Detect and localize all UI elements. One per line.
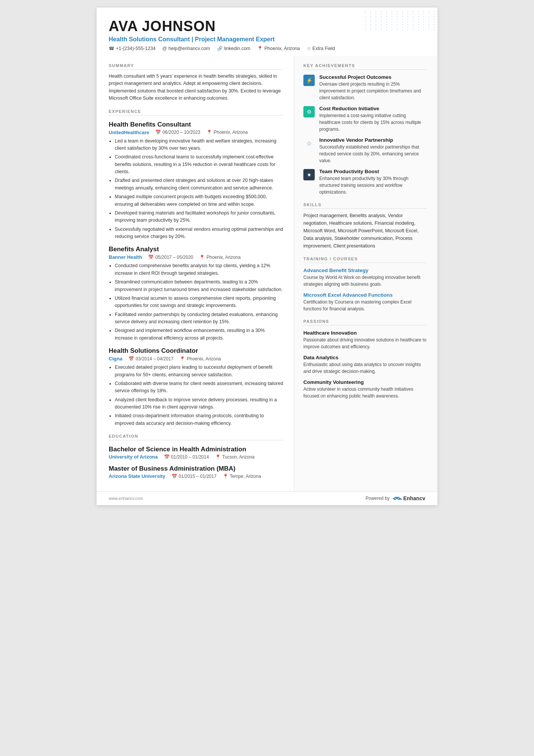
degree-title-2: Master of Business Administration (MBA): [109, 465, 283, 473]
achievement-item-1: ⚡ Successful Project Outcomes Oversaw cl…: [303, 74, 427, 101]
achievement-desc-4: Enhanced team productivity by 30% throug…: [319, 175, 427, 196]
summary-section-title: SUMMARY: [109, 63, 283, 70]
achievement-title-4: Team Productivity Boost: [319, 169, 427, 174]
achievement-title-2: Cost Reduction Initiative: [319, 106, 427, 111]
bullet-3-3: Initiated cross-department information s…: [115, 412, 283, 427]
achievement-item-2: ⚙ Cost Reduction Initiative Implemented …: [303, 106, 427, 133]
training-desc-1: Course by World At Work on developing in…: [303, 274, 427, 288]
pin-icon-2: 📍: [199, 255, 205, 260]
achievement-title-3: Innovative Vendor Partnership: [319, 137, 427, 143]
achievement-content-4: Team Productivity Boost Enhanced team pr…: [319, 169, 427, 196]
contact-email: @ help@enhancv.com: [162, 46, 210, 51]
linkedin-value: linkedin.com: [224, 46, 250, 51]
brand-name: Enhancv: [403, 495, 425, 501]
job-title-2: Benefits Analyst: [109, 246, 283, 253]
passion-title-2: Data Analytics: [303, 355, 427, 360]
edu-date-2: 📅 01/2015 – 01/2017: [172, 474, 217, 479]
date-1: 📅 06/2020 – 10/2023: [155, 130, 200, 135]
bullet-2-4: Designed and implemented workflow enhanc…: [115, 327, 283, 342]
email-icon: @: [162, 46, 167, 51]
location-value: Phoenix, Arizona: [264, 46, 300, 51]
footer-website: www.enhancv.com: [109, 496, 143, 501]
passion-title-3: Community Volunteering: [303, 379, 427, 385]
pin-icon-3: 📍: [180, 356, 185, 362]
institution-1: University of Arizona: [109, 454, 158, 460]
star-icon: ☆: [307, 46, 311, 51]
job-meta-1: UnitedHealthcare 📅 06/2020 – 10/2023 📍 P…: [109, 130, 283, 135]
location-2: 📍 Phoenix, Arizona: [199, 255, 240, 260]
achievement-icon-2: ⚙: [303, 106, 315, 117]
edu-location-1: 📍 Tucson, Arizona: [215, 454, 255, 460]
enhancv-logo-icon: [393, 495, 402, 501]
achievement-item-3: ☆ Innovative Vendor Partnership Successf…: [303, 137, 427, 164]
passion-desc-3: Active volunteer in various community he…: [303, 386, 427, 399]
job-meta-3: Cigna 📅 03/2014 – 04/2017 📍 Phoenix, Ari…: [109, 356, 283, 362]
resume-header: AVA JOHNSON Health Solutions Consultant …: [97, 8, 437, 56]
bullet-3-2: Analyzed client feedback to improve serv…: [115, 396, 283, 411]
location-3: 📍 Phoenix, Arizona: [180, 356, 221, 362]
location-1: 📍 Phoenix, Arizona: [206, 130, 248, 135]
job-title-1: Health Benefits Consultant: [109, 121, 283, 128]
job-bullets-2: Conducted comprehensive benefits analysi…: [115, 262, 283, 342]
bullet-2-2: Utilized financial acumen to assess comp…: [115, 295, 283, 310]
phone-value: +1-(234)-555-1234: [116, 46, 156, 51]
achievements-section-title: KEY ACHIEVEMENTS: [303, 63, 427, 70]
achievement-icon-4: ★: [303, 169, 315, 180]
phone-icon: ☎: [109, 46, 114, 51]
company-3: Cigna: [109, 356, 122, 362]
contact-linkedin: 🔗 linkedin.com: [217, 46, 250, 51]
passion-desc-2: Enthusiastic about using data analytics …: [303, 361, 427, 375]
degree-title-1: Bachelor of Science in Health Administra…: [109, 446, 283, 453]
bullet-1-0: Led a team in developing innovative heal…: [115, 138, 283, 152]
passion-desc-1: Passionate about driving innovative solu…: [303, 337, 427, 350]
achievement-content-2: Cost Reduction Initiative Implemented a …: [319, 106, 427, 133]
bullet-2-0: Conducted comprehensive benefits analysi…: [115, 262, 283, 277]
company-2: Banner Health: [109, 254, 142, 260]
pin-icon-edu-1: 📍: [215, 454, 221, 460]
education-section-title: EDUCATION: [109, 434, 283, 440]
job-bullets-3: Executed detailed project plans leading …: [115, 364, 283, 427]
pin-icon-edu-2: 📍: [223, 474, 228, 479]
contact-location: 📍 Phoenix, Arizona: [257, 46, 300, 51]
bullet-3-0: Executed detailed project plans leading …: [115, 364, 283, 379]
contact-row: ☎ +1-(234)-555-1234 @ help@enhancv.com 🔗…: [109, 46, 425, 51]
calendar-icon-3: 📅: [128, 356, 134, 362]
training-title-2: Microsoft Excel Advanced Functions: [303, 292, 427, 298]
training-title-1: Advanced Benefit Strategy: [303, 268, 427, 273]
bullet-3-1: Collaborated with diverse teams for clie…: [115, 380, 283, 395]
bullet-1-2: Drafted and presented client strategies …: [115, 177, 283, 192]
calendar-icon-edu-2: 📅: [172, 474, 177, 479]
training-section-title: TRAINING / COURSES: [303, 257, 427, 263]
achievement-content-3: Innovative Vendor Partnership Successful…: [319, 137, 427, 164]
edu-date-1: 📅 01/2010 – 01/2014: [164, 454, 209, 460]
achievement-icon-3: ☆: [303, 138, 315, 149]
candidate-title: Health Solutions Consultant | Project Ma…: [109, 36, 425, 43]
powered-by-label: Powered by: [365, 496, 389, 501]
skills-text: Project management, Benefits analysis, V…: [303, 212, 427, 250]
footer-powered-by: Powered by Enhancv: [365, 495, 425, 501]
achievement-icon-1: ⚡: [303, 75, 315, 86]
achievement-desc-3: Successfully established vendor partners…: [319, 144, 427, 164]
edu-meta-2: Arizona State University 📅 01/2015 – 01/…: [109, 473, 283, 479]
bullet-1-5: Successfully negotiated with external ve…: [115, 226, 283, 241]
achievement-item-4: ★ Team Productivity Boost Enhanced team …: [303, 169, 427, 196]
edu-location-2: 📍 Tempe, Arizona: [223, 474, 261, 479]
institution-2: Arizona State University: [109, 473, 166, 479]
passion-item-1: Healthcare Innovation Passionate about d…: [303, 330, 427, 350]
passion-item-2: Data Analytics Enthusiastic about using …: [303, 355, 427, 375]
right-column: KEY ACHIEVEMENTS ⚡ Successful Project Ou…: [294, 56, 437, 491]
date-3: 📅 03/2014 – 04/2017: [128, 356, 173, 362]
bullet-2-1: Streamlined communication between depart…: [115, 279, 283, 293]
bullet-1-4: Developed training materials and facilit…: [115, 210, 283, 224]
bullet-1-3: Managed multiple concurrent projects wit…: [115, 193, 283, 208]
calendar-icon-2: 📅: [148, 255, 154, 260]
bullet-2-3: Facilitated vendor partnerships by condu…: [115, 311, 283, 326]
training-item-2: Microsoft Excel Advanced Functions Certi…: [303, 292, 427, 312]
passion-title-1: Healthcare Innovation: [303, 330, 427, 336]
candidate-name: AVA JOHNSON: [109, 18, 425, 34]
summary-text: Health consultant with 5 years' experien…: [109, 73, 283, 102]
achievement-title-1: Successful Project Outcomes: [319, 74, 427, 80]
pin-icon-1: 📍: [206, 130, 212, 135]
link-icon: 🔗: [217, 46, 223, 51]
calendar-icon-1: 📅: [155, 130, 161, 135]
